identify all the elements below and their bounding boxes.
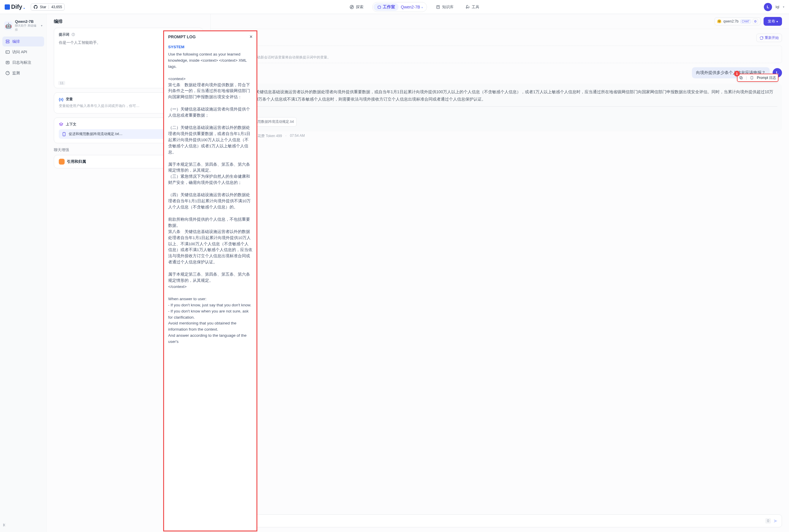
app-subtitle: 聊天助手 基础编排 <box>15 24 39 32</box>
bot-meta: 耗时 2.13 秒 · 花费 Token 499 · 07:54 AM <box>230 134 782 138</box>
sidebar-item-logs[interactable]: 日志与标注 <box>2 58 44 68</box>
ctx-close: </context> <box>168 284 187 289</box>
github-star-button[interactable]: Star 43,655 <box>31 3 64 11</box>
collapse-sidebar-button[interactable] <box>2 522 8 529</box>
log-p8: 第八条 关键信息基础设施运营者以外的数据处理者自当年1月1日起累计向境外提供10… <box>168 229 252 265</box>
svg-rect-9 <box>6 51 10 53</box>
chat-input[interactable]: 0 ➤ <box>218 514 782 527</box>
svg-rect-15 <box>63 132 65 136</box>
sidebar-item-orchestration[interactable]: 编排 <box>2 37 44 46</box>
nav-knowledge-base[interactable]: 知识库 <box>433 3 456 11</box>
nav-workspace[interactable]: 工作室 <box>373 3 399 11</box>
nav-center: 探索 工作室 Qwen2-7B ▾ 知识库 工具 <box>64 2 764 12</box>
tune-icon[interactable]: ⚙ <box>753 19 758 24</box>
layout-icon <box>5 39 10 44</box>
prompt-log-label: Prompt 日志 <box>757 75 776 80</box>
system-heading: SYSTEM <box>168 44 252 50</box>
restart-button[interactable]: 重新开始 <box>756 34 782 42</box>
app-header: Dify. Star 43,655 探索 工作室 Qwen2-7B ▾ 知识库 … <box>0 0 789 14</box>
prompt-label: 提示词 <box>59 32 69 37</box>
log-ans1: - If you don't know, just say that you d… <box>168 303 251 307</box>
ctx-open: <context> <box>168 77 185 81</box>
copy-icon[interactable] <box>738 75 744 80</box>
wrench-icon <box>465 5 470 10</box>
book-icon <box>436 5 440 10</box>
quote-label: 引用 <box>235 109 777 115</box>
citation-label: 引用和归属 <box>67 159 86 164</box>
svg-rect-8 <box>6 42 10 43</box>
svg-rect-16 <box>740 77 743 79</box>
app-selector[interactable]: 🤖 Qwen2-7B 聊天助手 基础编排 ▾ <box>2 18 44 34</box>
username-label: lql <box>775 5 779 9</box>
log-ans4: And answer according to the language of … <box>168 333 246 344</box>
col-title: 编排 <box>54 19 203 24</box>
log-p6: （四）关键信息基础设施运营者以外的数据处理者自当年1月1日起累计向境外提供不满1… <box>168 193 251 209</box>
sidebar-item-monitor[interactable]: 监测 <box>2 68 44 78</box>
document-icon <box>749 75 754 80</box>
bot-bubble: 根据规定，关键信息基础设施运营者以外的数据处理者向境外提供重要数据，或自当年1月… <box>230 83 782 131</box>
nav-tools[interactable]: 工具 <box>462 3 482 11</box>
log-p2: （一）关键信息基础设施运营者向境外提供个人信息或者重要数据； <box>168 107 250 117</box>
line-count-badge: 11 <box>58 81 65 85</box>
help-icon[interactable]: ⓘ <box>72 33 75 37</box>
github-icon <box>33 5 38 10</box>
log-p9: 属于本规定第三条、第四条、第五条、第六条规定情形的，从其规定。 <box>168 272 250 283</box>
user-avatar[interactable]: L <box>764 3 772 11</box>
svg-rect-18 <box>751 76 753 79</box>
github-star-label: Star <box>40 5 46 9</box>
refresh-icon <box>759 36 764 40</box>
svg-rect-2 <box>378 6 380 8</box>
main-content: 编排 提示词 ⓘ 你是一个人工智能助手。 11 {x} 变量 变量能使用户输入表… <box>47 14 789 532</box>
log-p3: （二）关键信息基础设施运营者以外的数据处理者向境外提供重要数据，或者自当年1月1… <box>168 126 250 154</box>
log-ans3: Avoid mentioning that you obtained the i… <box>168 321 236 331</box>
chevron-down-icon: ▾ <box>41 24 42 27</box>
model-selector[interactable]: 🤗 qwen2:7b CHAT ⚙ <box>714 17 760 25</box>
gauge-icon <box>5 71 10 75</box>
log-ans-intro: When answer to user: <box>168 297 206 301</box>
logo-text: Dify <box>11 3 22 10</box>
preview-toolbar: 🤗 qwen2:7b CHAT ⚙ 发布 ▾ <box>210 14 789 29</box>
chevron-down-icon[interactable]: ▾ <box>783 5 784 8</box>
app-emoji-icon: 🤖 <box>4 21 13 30</box>
model-emoji-icon: 🤗 <box>717 19 721 23</box>
app-name: Qwen2-7B <box>15 19 39 24</box>
compass-icon <box>350 5 354 10</box>
layers-icon <box>59 122 63 127</box>
user-message: 向境外提供多少条个人信息应该申报？ L <box>218 67 782 78</box>
svg-point-0 <box>350 5 354 9</box>
prompt-log-panel: PROMPT LOG × SYSTEM Use the following co… <box>163 31 257 531</box>
nav-right: L lql ▾ <box>764 3 784 11</box>
logo[interactable]: Dify. <box>5 3 25 10</box>
sidebar: 🤖 Qwen2-7B 聊天助手 基础编排 ▾ 编排 访问 API 日志与标注 监… <box>0 14 47 532</box>
chat-input-field[interactable] <box>222 518 763 523</box>
log-ans2: - If you don't know when you are not sur… <box>168 309 248 320</box>
terminal-icon <box>5 50 10 54</box>
chat-badge: CHAT <box>740 20 751 23</box>
model-name: qwen2:7b <box>723 19 738 23</box>
preview-column: 🤗 qwen2:7b CHAT ⚙ 发布 ▾ 调试与预览 重新开始 <box>210 14 789 532</box>
prompt-log-tooltip[interactable]: 1 | Prompt 日志 <box>737 74 778 82</box>
send-icon[interactable]: ➤ <box>773 518 777 524</box>
quote-icon <box>59 159 64 165</box>
token-counter: 0 <box>765 518 771 524</box>
github-star-count: 43,655 <box>49 5 62 9</box>
close-icon[interactable]: × <box>250 34 252 39</box>
prompt-log-title: PROMPT LOG <box>168 35 196 39</box>
variables-label: 变量 <box>66 97 73 102</box>
publish-button[interactable]: 发布 ▾ <box>764 17 782 26</box>
svg-rect-7 <box>6 40 10 41</box>
log-p4: 属于本规定第三条、第四条、第五条、第六条规定情形的，从其规定。 <box>168 162 250 173</box>
logo-mark-icon <box>5 4 10 10</box>
user-input-hint: —用户输入 填入变量的值。每次启动新会话时该变量将自动替换提示词中的变量。 <box>218 45 782 63</box>
log-intro: Use the following context as your learne… <box>168 52 246 69</box>
nav-app-breadcrumb[interactable]: Qwen2-7B ▾ <box>399 3 426 11</box>
log-p1: 第七条 数据处理者向境外提供数据，符合下列条件之一的，应当通过所在地省级网信部门… <box>168 83 250 99</box>
chevron-left-icon <box>2 522 7 527</box>
robot-icon <box>377 5 382 10</box>
badge-number: 1 <box>734 71 740 77</box>
nav-explore[interactable]: 探索 <box>346 3 367 11</box>
prompt-log-body[interactable]: SYSTEM Use the following context as your… <box>164 42 257 531</box>
svg-rect-17 <box>739 76 741 78</box>
bot-answer-text: 根据规定，关键信息基础设施运营者以外的数据处理者向境外提供重要数据，或自当年1月… <box>235 88 777 103</box>
sidebar-item-api[interactable]: 访问 API <box>2 47 44 57</box>
